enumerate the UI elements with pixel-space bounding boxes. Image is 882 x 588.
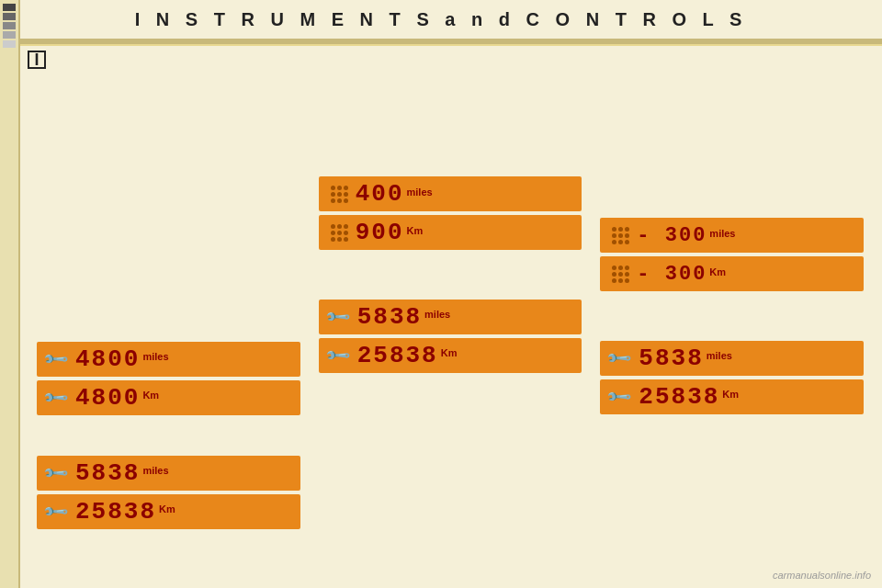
page-header: I N S T R U M E N T S a n d C O N T R O … xyxy=(0,0,882,40)
dot-33 xyxy=(625,272,629,277)
unit-300-km: Km xyxy=(709,266,726,277)
dot-11 xyxy=(337,224,342,229)
unit-900-km: Km xyxy=(406,225,423,236)
dots-area-1 xyxy=(330,185,348,203)
dot-grid-1 xyxy=(330,185,348,203)
unit-400-miles: miles xyxy=(406,187,432,198)
dot-15 xyxy=(344,231,348,235)
dot-19 xyxy=(612,227,616,232)
main-content: 🔧 4800 miles 🔧 4800 Km 🔧 5838 miles 🔧 25… xyxy=(28,51,873,570)
dot-35 xyxy=(618,278,623,283)
wrench-icon-4: 🔧 xyxy=(41,497,70,526)
dot-27 xyxy=(625,240,629,244)
dot-12 xyxy=(344,224,348,229)
unit-5838-miles-left: miles xyxy=(142,465,168,476)
dot-8 xyxy=(337,198,342,203)
dot-25 xyxy=(612,240,616,244)
stripe-blocks xyxy=(3,4,16,48)
dot-grid-3 xyxy=(611,226,629,244)
dot-34 xyxy=(612,278,616,283)
value-900-km: 900 xyxy=(356,219,404,246)
value-300-miles: - 300 xyxy=(637,224,707,247)
dot-18 xyxy=(344,237,348,242)
dots-area-4 xyxy=(611,265,629,283)
dot-36 xyxy=(625,278,629,283)
unit-25838-km-right: Km xyxy=(722,389,739,400)
dot-22 xyxy=(612,233,616,238)
dot-23 xyxy=(618,233,623,238)
wrench-icon-7: 🔧 xyxy=(605,344,634,372)
dot-26 xyxy=(618,240,623,244)
panel-5838-miles-left: 🔧 5838 miles xyxy=(37,456,300,491)
panel-25838-km-left: 🔧 25838 Km xyxy=(37,494,300,529)
dot-21 xyxy=(625,227,629,232)
panel-group-6: 🔧 5838 miles 🔧 25838 Km xyxy=(600,341,864,418)
panel-4800-km: 🔧 4800 Km xyxy=(37,380,300,415)
unit-25838-km-left: Km xyxy=(159,503,175,514)
wrench-icon-5: 🔧 xyxy=(323,302,352,331)
stripe-block-1 xyxy=(3,4,16,11)
unit-4800-km: Km xyxy=(142,390,159,401)
panel-900-km: 900 Km xyxy=(319,215,582,250)
dot-7 xyxy=(331,198,335,203)
panel-25838-km-right: 🔧 25838 Km xyxy=(600,379,864,414)
panel-group-3: 400 miles 900 xyxy=(319,176,582,254)
dots-area-2 xyxy=(330,223,348,242)
page-title: I N S T R U M E N T S a n d C O N T R O … xyxy=(135,9,748,30)
value-4800-miles: 4800 xyxy=(75,345,140,373)
stripe-block-4 xyxy=(3,31,16,39)
stripe-block-2 xyxy=(3,13,16,20)
dot-10 xyxy=(331,224,335,229)
dot-6 xyxy=(344,192,348,197)
dot-24 xyxy=(625,233,629,238)
dot-29 xyxy=(618,266,623,270)
unit-5838-miles-mid: miles xyxy=(424,309,450,320)
unit-300-miles: miles xyxy=(709,228,735,239)
middle-column: 400 miles 900 xyxy=(319,61,582,560)
watermark: carmanualsonline.info xyxy=(773,570,871,581)
wrench-icon-3: 🔧 xyxy=(41,458,70,487)
dot-2 xyxy=(337,186,342,190)
wrench-icon-1: 🔧 xyxy=(41,345,70,373)
unit-25838-km-mid: Km xyxy=(441,347,458,358)
dot-30 xyxy=(625,266,629,270)
panel-4800-miles: 🔧 4800 miles xyxy=(37,342,300,377)
left-column: 🔧 4800 miles 🔧 4800 Km 🔧 5838 miles 🔧 25… xyxy=(37,61,300,560)
dot-32 xyxy=(618,272,623,277)
stripe-block-3 xyxy=(3,22,16,29)
wrench-icon-6: 🔧 xyxy=(323,341,352,369)
panel-25838-km-mid: 🔧 25838 Km xyxy=(319,338,582,373)
dot-20 xyxy=(618,227,623,232)
dot-31 xyxy=(612,272,616,277)
value-5838-miles-left: 5838 xyxy=(75,459,140,487)
value-5838-miles-right: 5838 xyxy=(639,345,703,372)
dot-14 xyxy=(337,231,342,235)
dot-13 xyxy=(331,231,335,235)
panel-5838-miles-right: 🔧 5838 miles xyxy=(600,341,864,376)
dot-4 xyxy=(331,192,335,197)
wrench-icon-2: 🔧 xyxy=(41,383,70,412)
panel-300-km: - 300 Km xyxy=(600,256,864,291)
panel-400-miles: 400 miles xyxy=(319,176,582,211)
value-400-miles: 400 xyxy=(356,180,404,208)
dot-5 xyxy=(337,192,342,197)
panel-300-miles: - 300 miles xyxy=(600,218,864,253)
dot-grid-4 xyxy=(611,265,629,283)
value-25838-km-mid: 25838 xyxy=(357,342,438,369)
dots-area-3 xyxy=(611,226,629,244)
right-column: - 300 miles - xyxy=(600,61,864,560)
dot-28 xyxy=(612,266,616,270)
value-5838-miles-mid: 5838 xyxy=(357,303,422,331)
value-4800-km: 4800 xyxy=(75,384,140,412)
panel-group-2: 🔧 5838 miles 🔧 25838 Km xyxy=(37,456,300,533)
wrench-icon-8: 🔧 xyxy=(605,382,634,411)
panel-5838-miles-mid: 🔧 5838 miles xyxy=(319,300,582,334)
stripe-block-5 xyxy=(3,40,16,48)
value-25838-km-right: 25838 xyxy=(639,383,719,411)
unit-4800-miles: miles xyxy=(142,351,168,362)
panel-group-1: 🔧 4800 miles 🔧 4800 Km xyxy=(37,342,300,419)
panel-group-5: - 300 miles - xyxy=(600,218,864,295)
panel-group-4: 🔧 5838 miles 🔧 25838 Km xyxy=(319,300,582,377)
dot-9 xyxy=(344,198,348,203)
value-25838-km-left: 25838 xyxy=(75,498,156,526)
